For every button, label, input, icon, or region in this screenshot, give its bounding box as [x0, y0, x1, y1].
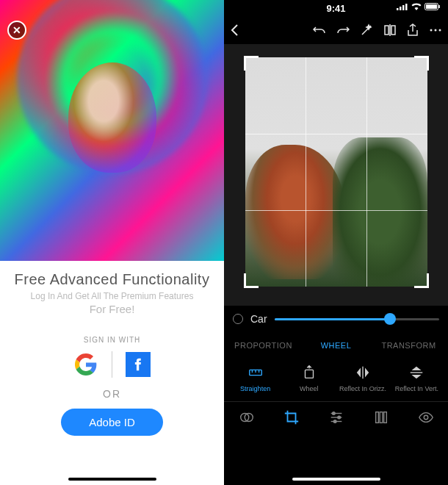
signal-icon [397, 3, 408, 10]
share-icon[interactable] [407, 24, 419, 37]
crop-frame[interactable] [245, 57, 427, 287]
reset-radio[interactable] [233, 314, 243, 324]
nav-preview[interactable] [403, 409, 448, 425]
tool-label: Reflect In Vert. [395, 385, 438, 392]
svg-rect-2 [402, 5, 405, 10]
svg-rect-30 [383, 412, 386, 423]
wifi-icon [411, 3, 422, 10]
svg-rect-5 [426, 4, 437, 9]
crop-icon [283, 409, 300, 425]
slider-label: Car [250, 313, 267, 325]
svg-rect-8 [391, 26, 395, 35]
more-icon[interactable] [429, 28, 442, 32]
promo-free: For Free! [90, 303, 135, 315]
svg-point-25 [332, 412, 335, 415]
svg-rect-29 [380, 412, 383, 423]
hero-image: ✕ [0, 0, 224, 261]
tab-proportion[interactable]: PROPORTION [228, 338, 298, 353]
channels-icon [373, 409, 389, 425]
status-time: 9:41 [326, 3, 345, 14]
rotation-slider[interactable] [275, 318, 439, 320]
tool-reflect-vertical[interactable]: Reflect In Vert. [390, 364, 444, 392]
promo-section: Free Advanced Functionality Log In And G… [0, 261, 224, 485]
tool-reflect-horizontal[interactable]: Reflect In Orizz. [336, 364, 390, 392]
eye-icon [418, 409, 434, 425]
mode-tabs: PROPORTION WHEEL TRANSFORM [224, 332, 448, 357]
svg-point-12 [439, 29, 441, 32]
grid-line [366, 57, 367, 287]
svg-point-27 [333, 420, 336, 423]
tool-straighten[interactable]: Straighten [228, 364, 282, 392]
facebook-icon [131, 357, 145, 372]
status-bar: 9:41 [224, 0, 448, 16]
close-icon: ✕ [12, 24, 21, 36]
google-icon [75, 353, 97, 376]
tab-transform[interactable]: TRANSFORM [374, 338, 444, 353]
flip-horizontal-icon [355, 364, 371, 381]
grid-line [245, 134, 427, 134]
tool-label: Straighten [240, 385, 270, 392]
tab-wheel[interactable]: WHEEL [301, 338, 371, 353]
crop-handle-br[interactable] [414, 273, 429, 288]
straighten-icon [248, 364, 264, 381]
crop-handle-bl[interactable] [244, 273, 259, 288]
auto-enhance-icon[interactable] [360, 24, 373, 37]
svg-rect-7 [385, 26, 389, 35]
google-signin-button[interactable] [73, 352, 98, 377]
crop-handle-tl[interactable] [244, 56, 259, 71]
grid-line [306, 57, 306, 287]
tool-label: Wheel [300, 385, 319, 392]
overlap-icon [239, 409, 255, 425]
undo-icon[interactable] [313, 24, 326, 36]
nav-adjustments[interactable] [314, 409, 358, 425]
or-label: OR [103, 388, 121, 400]
battery-icon [424, 3, 441, 10]
svg-rect-3 [405, 4, 408, 10]
svg-rect-6 [439, 5, 441, 8]
signin-with-label: SIGN IN WITH [84, 336, 141, 344]
nav-layers[interactable] [224, 409, 269, 425]
tool-row: Straighten Wheel Reflect In Orizz. Refle… [224, 357, 448, 395]
divider [112, 351, 112, 378]
svg-rect-0 [397, 8, 399, 10]
promo-subtitle: Log In And Get All The Premium Features [31, 291, 194, 301]
canvas [224, 44, 448, 306]
redo-icon[interactable] [336, 24, 350, 36]
status-icons [397, 3, 441, 10]
svg-point-10 [430, 29, 433, 32]
nav-channels[interactable] [358, 409, 403, 425]
promo-title: Free Advanced Functionality [15, 271, 210, 288]
rotate-icon [301, 364, 317, 381]
grid-line [245, 210, 427, 211]
top-toolbar [224, 16, 448, 44]
home-indicator [292, 478, 380, 481]
svg-rect-1 [400, 7, 402, 10]
svg-point-31 [424, 415, 428, 420]
svg-rect-17 [305, 370, 313, 378]
crop-handle-tr[interactable] [414, 56, 429, 71]
nav-crop[interactable] [269, 409, 314, 425]
social-row [73, 351, 151, 378]
svg-point-11 [435, 29, 437, 32]
editor-panel: 9:41 [224, 0, 448, 485]
slider-thumb[interactable] [384, 313, 396, 325]
bottom-nav [224, 401, 448, 436]
sliders-icon [328, 409, 344, 425]
adobe-id-button[interactable]: Adobe ID [61, 409, 163, 436]
close-button[interactable]: ✕ [7, 21, 26, 40]
rotation-slider-row: Car [224, 306, 448, 332]
facebook-signin-button[interactable] [126, 352, 151, 377]
flip-vertical-icon [408, 364, 424, 381]
compare-icon[interactable] [383, 24, 397, 37]
svg-rect-28 [375, 412, 378, 423]
signin-panel: ✕ Free Advanced Functionality Log In And… [0, 0, 224, 485]
svg-point-26 [337, 416, 340, 419]
home-indicator [68, 478, 156, 481]
tool-label: Reflect In Orizz. [339, 385, 386, 392]
back-icon[interactable] [230, 24, 240, 37]
tool-wheel[interactable]: Wheel [282, 364, 336, 392]
